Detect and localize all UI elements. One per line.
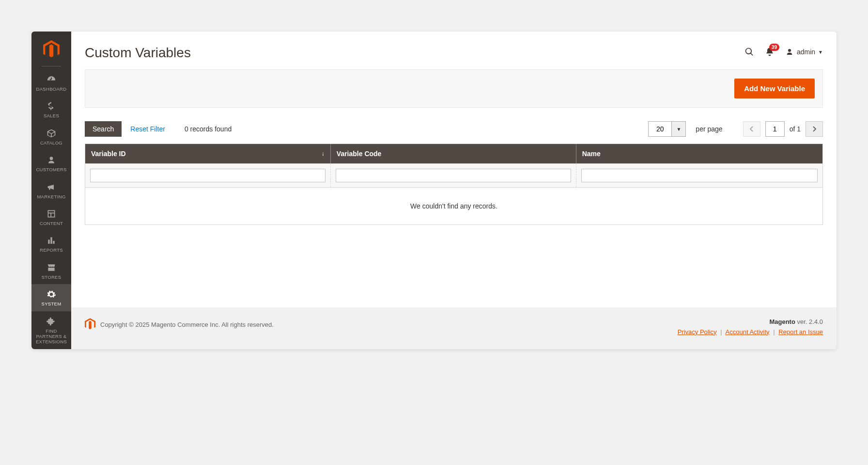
- filter-code-input[interactable]: [336, 169, 571, 182]
- divider: [42, 66, 61, 66]
- nav-partners[interactable]: FIND PARTNERS & EXTENSIONS: [31, 311, 71, 349]
- nav-label: MARKETING: [37, 194, 65, 199]
- user-menu[interactable]: admin ▼: [785, 48, 823, 56]
- data-grid: Variable ID ↓ Variable Code Name We coul…: [85, 144, 823, 225]
- col-header-id[interactable]: Variable ID ↓: [85, 144, 331, 163]
- records-count: 0 records found: [185, 125, 232, 133]
- next-page-button[interactable]: [806, 121, 823, 137]
- search-icon[interactable]: [744, 47, 754, 57]
- gauge-icon: [46, 74, 56, 85]
- nav-label: DASHBOARD: [36, 86, 67, 92]
- chevron-right-icon: [812, 126, 817, 132]
- col-label: Variable ID: [91, 150, 126, 158]
- nav-stores[interactable]: STORES: [31, 257, 71, 284]
- col-header-name[interactable]: Name: [576, 144, 822, 163]
- page-total: of 1: [790, 125, 801, 133]
- col-label: Variable Code: [337, 150, 382, 158]
- store-icon: [46, 262, 56, 273]
- nav-catalog[interactable]: CATALOG: [31, 123, 71, 150]
- grid-header-row: Variable ID ↓ Variable Code Name: [85, 144, 822, 163]
- bars-icon: [46, 235, 56, 246]
- dollar-icon: [46, 101, 56, 112]
- user-label: admin: [797, 48, 815, 56]
- layout-icon: [46, 208, 56, 219]
- grid-filter-row: [85, 163, 822, 188]
- per-page-dropdown-toggle[interactable]: ▼: [671, 121, 686, 137]
- footer-left: Copyright © 2025 Magento Commerce Inc. A…: [85, 318, 274, 332]
- nav-sales[interactable]: SALES: [31, 96, 71, 123]
- nav-marketing[interactable]: MARKETING: [31, 177, 71, 204]
- add-new-variable-button[interactable]: Add New Variable: [734, 79, 815, 98]
- nav-label: CUSTOMERS: [36, 167, 66, 172]
- nav-label: CATALOG: [40, 140, 62, 145]
- header-tools: 39 admin ▼: [744, 47, 823, 57]
- footer-right: Magento ver. 2.4.0 Privacy Policy | Acco…: [678, 318, 823, 336]
- caret-down-icon: ▼: [818, 49, 823, 55]
- notifications-icon[interactable]: 39: [765, 47, 775, 57]
- toolbar-right: ▼ per page of 1: [648, 121, 823, 137]
- nav-label: CONTENT: [40, 221, 63, 226]
- col-label: Name: [582, 150, 601, 158]
- nav-reports[interactable]: REPORTS: [31, 230, 71, 257]
- filter-name-input[interactable]: [581, 169, 818, 182]
- user-icon: [785, 48, 794, 56]
- page-header: Custom Variables 39 admin ▼: [71, 32, 837, 65]
- separator: |: [773, 328, 775, 336]
- report-issue-link[interactable]: Report an Issue: [778, 328, 823, 336]
- megaphone-icon: [46, 182, 56, 192]
- gear-icon: [46, 289, 56, 300]
- page-actions: Add New Variable: [85, 69, 823, 108]
- reset-filter-link[interactable]: Reset Filter: [130, 125, 165, 133]
- search-button[interactable]: Search: [85, 121, 122, 137]
- nav-dashboard[interactable]: DASHBOARD: [31, 69, 71, 96]
- page-input[interactable]: [765, 121, 785, 137]
- grid-toolbar: Search Reset Filter 0 records found ▼ pe…: [85, 121, 823, 137]
- nav-content[interactable]: CONTENT: [31, 204, 71, 230]
- person-icon: [46, 155, 56, 165]
- nav-label: STORES: [42, 274, 62, 280]
- nav-label: REPORTS: [40, 247, 63, 253]
- chevron-left-icon: [749, 126, 754, 132]
- pager: of 1: [743, 121, 823, 137]
- main-content: Custom Variables 39 admin ▼ Add New Vari…: [71, 32, 837, 349]
- nav-customers[interactable]: CUSTOMERS: [31, 150, 71, 176]
- version-text: Magento ver. 2.4.0: [678, 318, 823, 325]
- page-title: Custom Variables: [85, 45, 744, 61]
- sort-desc-icon: ↓: [322, 150, 325, 157]
- grid-empty-message: We couldn't find any records.: [85, 188, 822, 224]
- page-footer: Copyright © 2025 Magento Commerce Inc. A…: [71, 307, 837, 349]
- privacy-policy-link[interactable]: Privacy Policy: [678, 328, 717, 336]
- per-page-group: ▼: [648, 121, 686, 137]
- app-shell: DASHBOARD SALES CATALOG CUSTOMERS MARKET…: [31, 32, 837, 349]
- sidebar: DASHBOARD SALES CATALOG CUSTOMERS MARKET…: [31, 32, 71, 349]
- filter-id-input[interactable]: [90, 169, 326, 182]
- separator: |: [720, 328, 722, 336]
- copyright-text: Copyright © 2025 Magento Commerce Inc. A…: [100, 321, 274, 328]
- nav-label: SALES: [44, 113, 59, 118]
- account-activity-link[interactable]: Account Activity: [726, 328, 770, 336]
- per-page-input[interactable]: [648, 121, 671, 137]
- per-page-label: per page: [696, 125, 722, 133]
- prev-page-button[interactable]: [743, 121, 760, 137]
- puzzle-icon: [46, 316, 56, 327]
- notifications-badge: 39: [769, 44, 779, 51]
- nav-system[interactable]: SYSTEM: [31, 284, 71, 311]
- nav-label: FIND PARTNERS & EXTENSIONS: [32, 328, 70, 345]
- col-header-code[interactable]: Variable Code: [331, 144, 576, 163]
- footer-links: Privacy Policy | Account Activity | Repo…: [678, 328, 823, 336]
- nav-label: SYSTEM: [42, 301, 62, 306]
- box-icon: [46, 128, 56, 139]
- magento-logo-icon[interactable]: [43, 40, 60, 60]
- magento-logo-small-icon: [85, 318, 95, 332]
